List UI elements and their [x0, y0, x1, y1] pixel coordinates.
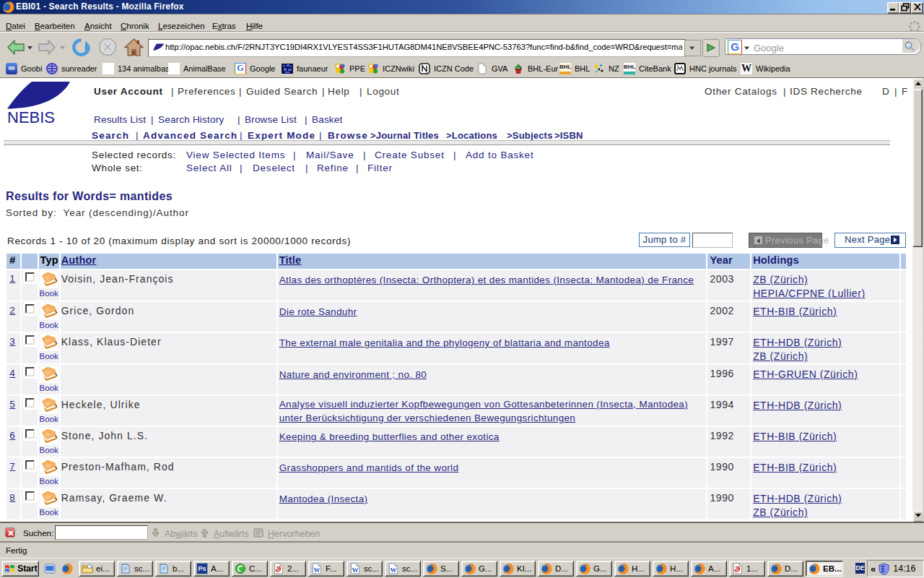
svg-text:W: W [352, 566, 359, 574]
svg-text:W: W [314, 566, 321, 574]
svg-text:W: W [391, 566, 397, 574]
